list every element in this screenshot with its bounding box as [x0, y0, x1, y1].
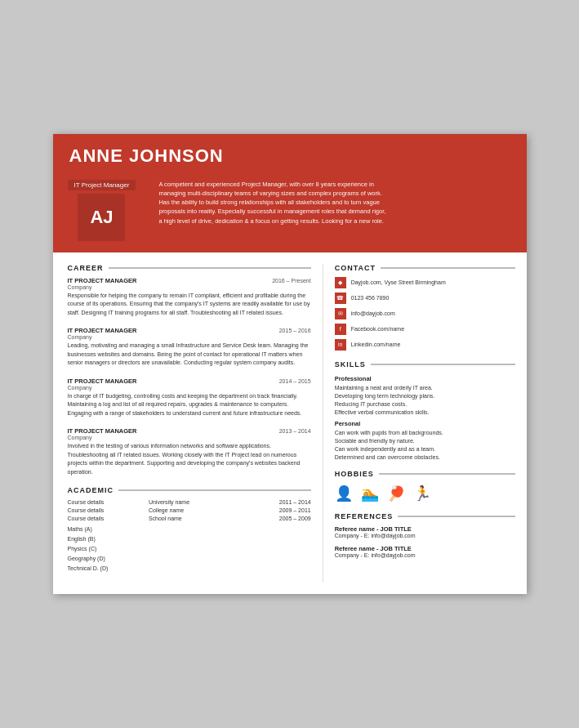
header-summary-section: A competent and experienced Project Mana… [150, 180, 385, 226]
skill-item: Sociable and friendly by nature. [335, 438, 515, 444]
right-column: CONTACT ◆ Dayjob.com, Vyse Street Birmin… [323, 264, 527, 583]
course-dates: 2005 – 2009 [246, 516, 311, 521]
contact-section: CONTACT ◆ Dayjob.com, Vyse Street Birmin… [335, 264, 515, 351]
job-desc: In charge of IT budgeting, controlling c… [68, 392, 311, 418]
course-label: Course details [68, 507, 149, 513]
hobbies-section: HOBBIES 👤🏊🏓🏃 [335, 470, 515, 502]
academic-row: Course details College name 2009 – 2011 [68, 507, 311, 513]
contact-text: 0123 456 7890 [351, 295, 390, 301]
person-icon: 👤 [335, 485, 353, 502]
running-icon: 🏃 [413, 485, 431, 502]
skill-item: Maintaining a neat and orderly IT area. [335, 385, 515, 391]
career-section-title: CAREER [68, 264, 311, 274]
ref-company: Company - E: info@dayjob.com [335, 533, 515, 538]
skill-item: Reducing IT purchase costs. [335, 401, 515, 407]
course-institution: College name [149, 507, 246, 513]
academic-courses: Course details University name 2011 – 20… [68, 499, 311, 521]
job-title-badge: IT Project Manager [68, 180, 136, 190]
body: CAREER IT PROJECT MANAGER 2016 – Present… [53, 252, 527, 595]
contact-text: Linkedin.com/name [351, 342, 401, 347]
academic-row: Course details School name 2005 – 2009 [68, 516, 311, 521]
job-role: IT PROJECT MANAGER [68, 377, 137, 385]
job-company: Company [68, 334, 311, 340]
avatar: AJ [78, 194, 125, 241]
skills-section: SKILLS Professional Maintaining a neat a… [335, 360, 515, 460]
references-list: Referee name - JOB TITLE Company - E: in… [335, 525, 515, 558]
header: ANNE JOHNSON [53, 134, 527, 175]
job-role: IT PROJECT MANAGER [68, 327, 137, 334]
skills-personal-label: Personal [335, 420, 515, 427]
job-company: Company [68, 435, 311, 440]
course-institution: University name [149, 499, 246, 505]
job-header: IT PROJECT MANAGER 2015 – 2016 [68, 327, 311, 334]
skill-item: Can work with pupils from all background… [335, 430, 515, 435]
job-desc: Leading, motivating and managing a small… [68, 342, 311, 368]
job-role: IT PROJECT MANAGER [68, 277, 137, 284]
skill-item: Developing long term technology plans. [335, 393, 515, 399]
career-section: CAREER IT PROJECT MANAGER 2016 – Present… [68, 264, 311, 477]
contact-icon-phone: ☎ [335, 293, 346, 304]
academic-subjects: Maths (A) English (B) Physics (C) Geogra… [68, 525, 311, 573]
contact-icon-facebook: f [335, 324, 346, 335]
academic-row: Course details University name 2011 – 20… [68, 499, 311, 505]
job-entry: IT PROJECT MANAGER 2014 – 2015 Company I… [68, 377, 311, 418]
ref-name: Referee name - JOB TITLE [335, 545, 515, 552]
job-dates: 2014 – 2015 [279, 378, 311, 384]
contact-text: info@dayjob.com [351, 310, 395, 316]
resume-page: ANNE JOHNSON IT Project Manager AJ A com… [53, 134, 527, 595]
job-header: IT PROJECT MANAGER 2013 – 2014 [68, 427, 311, 435]
header-summary: A competent and experienced Project Mana… [158, 180, 385, 226]
swimming-icon: 🏊 [361, 485, 379, 502]
job-entry: IT PROJECT MANAGER 2016 – Present Compan… [68, 277, 311, 318]
course-institution: School name [149, 516, 246, 521]
contact-item: in Linkedin.com/name [335, 339, 515, 351]
skills-professional-label: Professional [335, 375, 515, 382]
header-detail: IT Project Manager AJ A competent and ex… [53, 175, 527, 252]
references-section-title: REFERENCES [335, 512, 515, 522]
course-label: Course details [68, 516, 149, 521]
contact-icon-location: ◆ [335, 277, 346, 288]
career-jobs: IT PROJECT MANAGER 2016 – Present Compan… [68, 277, 311, 477]
job-role: IT PROJECT MANAGER [68, 427, 137, 435]
job-company: Company [68, 385, 311, 391]
contact-icon-email: ✉ [335, 308, 346, 319]
contact-icon-linkedin: in [335, 339, 346, 351]
candidate-name: ANNE JOHNSON [69, 145, 510, 167]
job-desc: Responsible for helping the company to r… [68, 292, 311, 318]
reference-entry: Referee name - JOB TITLE Company - E: in… [335, 525, 515, 538]
skills-personal-list: Can work with pupils from all background… [335, 430, 515, 460]
job-header: IT PROJECT MANAGER 2016 – Present [68, 277, 311, 284]
contact-items: ◆ Dayjob.com, Vyse Street Birmingham ☎ 0… [335, 277, 515, 351]
job-company: Company [68, 284, 311, 290]
skill-item: Determined and can overcome obstacles. [335, 454, 515, 460]
job-dates: 2013 – 2014 [279, 428, 311, 434]
ref-name: Referee name - JOB TITLE [335, 525, 515, 533]
pingpong-icon: 🏓 [387, 485, 405, 502]
reference-entry: Referee name - JOB TITLE Company - E: in… [335, 545, 515, 558]
contact-item: ◆ Dayjob.com, Vyse Street Birmingham [335, 277, 515, 288]
skill-item: Can work independently and as a team. [335, 446, 515, 452]
skills-section-title: SKILLS [335, 360, 515, 370]
skills-professional-list: Maintaining a neat and orderly IT area.D… [335, 385, 515, 415]
contact-item: ☎ 0123 456 7890 [335, 293, 515, 304]
job-desc: Involved in the testing of various infor… [68, 442, 311, 476]
course-dates: 2011 – 2014 [246, 499, 311, 505]
job-dates: 2015 – 2016 [279, 328, 311, 333]
job-header: IT PROJECT MANAGER 2014 – 2015 [68, 377, 311, 385]
contact-section-title: CONTACT [335, 264, 515, 274]
header-avatar-section: IT Project Manager AJ [68, 180, 136, 241]
ref-company: Company - E: info@dayjob.com [335, 552, 515, 558]
job-entry: IT PROJECT MANAGER 2015 – 2016 Company L… [68, 327, 311, 368]
left-column: CAREER IT PROJECT MANAGER 2016 – Present… [53, 264, 323, 583]
job-dates: 2016 – Present [272, 278, 310, 284]
academic-section-title: ACADEMIC [68, 486, 311, 496]
skill-item: Effective verbal communication skills. [335, 409, 515, 415]
hobbies-section-title: HOBBIES [335, 470, 515, 480]
contact-item: ✉ info@dayjob.com [335, 308, 515, 319]
contact-item: f Facebook.com/name [335, 324, 515, 335]
course-dates: 2009 – 2011 [246, 507, 311, 513]
contact-text: Dayjob.com, Vyse Street Birmingham [351, 279, 446, 285]
job-entry: IT PROJECT MANAGER 2013 – 2014 Company I… [68, 427, 311, 476]
hobbies-icons: 👤🏊🏓🏃 [335, 485, 515, 502]
contact-text: Facebook.com/name [351, 326, 404, 332]
